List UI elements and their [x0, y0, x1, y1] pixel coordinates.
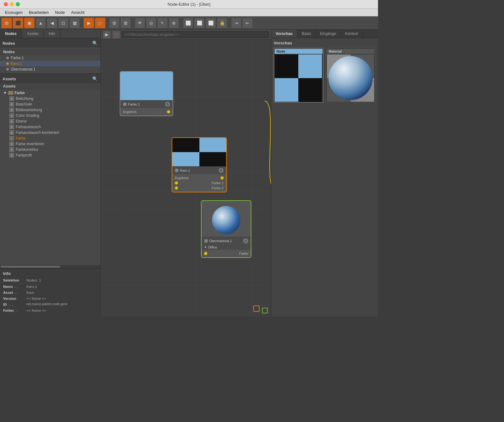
asset-item-biasgain[interactable]: ⊞ Bias/Gain — [2, 101, 99, 107]
asset-item-farbprofil[interactable]: ⊞ Farbprofil — [2, 152, 99, 158]
tab-kontext[interactable]: Kontext — [341, 30, 363, 38]
minimap-green-indicator — [262, 308, 268, 313]
chevron-down-icon: ▼ — [204, 246, 207, 249]
tool-play2[interactable]: ▷ — [95, 18, 106, 28]
right-panel: Vorschau Basis Eingänge Kontext Vorschau… — [271, 30, 378, 316]
menu-ansicht[interactable]: Ansicht — [69, 9, 87, 15]
preview-section: Vorschau Node — [271, 38, 378, 105]
karo-cell-4 — [199, 152, 226, 166]
canvas-search-input[interactable] — [122, 31, 269, 38]
info-section: Info Selektion Nodes: 1 Name ... Karo.1 … — [0, 268, 100, 316]
farbe-label: Farbe.1 — [11, 56, 24, 60]
farbe-dot — [6, 57, 9, 59]
asset-item-farbaustausch[interactable]: ⊞ Farbaustausch — [2, 124, 99, 130]
uebermaterial-s-button[interactable]: S — [243, 238, 248, 243]
karo-ergebnis-label: Ergebnis — [175, 176, 188, 180]
assets-list: ▼ Farbe ⊞ Belichtung ⊞ Bias/Gain ⊞ B — [0, 89, 100, 265]
eye2-icon: ◎ — [149, 20, 153, 26]
tool-camera[interactable]: ⊡ — [58, 18, 69, 28]
canvas-clear-btn[interactable]: ✕ — [112, 31, 120, 39]
asset-label-farbaustausch: Farbaustausch — [16, 125, 41, 129]
minimize-button[interactable] — [10, 2, 14, 6]
close-button[interactable] — [4, 2, 8, 6]
asset-label-belichtung: Belichtung — [16, 96, 33, 101]
asset-item-farbkorrektur[interactable]: ⊞ Farbkorrektur — [2, 147, 99, 152]
filter-arrow-icon: ▶ — [105, 32, 108, 37]
window-title: Node-Editor (1) - [Über] — [168, 2, 210, 7]
tool-export2[interactable]: ⇤ — [242, 18, 253, 28]
tree-item-karo[interactable]: Karo.1 — [0, 61, 100, 66]
tool-layout3[interactable]: ⬜ — [205, 18, 216, 28]
assets-scrollbar-h[interactable] — [0, 265, 100, 268]
karo-farbe2-label: Farbe 2 — [212, 186, 224, 190]
tool-layout2[interactable]: ⬜ — [194, 18, 205, 28]
tab-basis[interactable]: Basis — [297, 30, 316, 38]
tool-filter[interactable]: ▲ — [35, 18, 46, 28]
tool-layout1[interactable]: ⬜ — [183, 18, 193, 28]
asset-icon-farbe-inv: ⊞ — [9, 142, 14, 146]
window-controls[interactable] — [4, 2, 20, 6]
canvas-filter-btn[interactable]: ▶ — [103, 31, 111, 39]
assets-section: Assets 🔍 Assets ▼ Farbe ⊞ Belichtung — [0, 74, 100, 268]
preview-title: Vorschau — [274, 41, 375, 45]
tool-view1[interactable]: ⬛ — [13, 18, 23, 28]
farbe-s-button[interactable]: S — [165, 102, 170, 107]
nodes-tree-header: Nodes — [0, 49, 100, 55]
asset-icon-farbkorrektur: ⊞ — [9, 147, 14, 152]
tool-screen[interactable]: ▦ — [69, 18, 80, 28]
material-sphere-preview — [212, 206, 240, 234]
tab-eingaenge[interactable]: Eingänge — [316, 30, 341, 38]
tool-play[interactable]: ▶ — [83, 18, 94, 28]
node-canvas[interactable]: Farbe.1 S Ergebnis — [101, 40, 271, 316]
karo-cell-3 — [172, 152, 199, 166]
prev-cell-3 — [275, 78, 298, 102]
tool-new-node[interactable]: ⊞ — [1, 18, 12, 28]
asset-item-farbe-inv[interactable]: ⊞ Farbe invertieren — [2, 141, 99, 147]
material-sphere — [329, 56, 373, 100]
maximize-button[interactable] — [16, 2, 20, 6]
tool-export1[interactable]: ⇥ — [231, 18, 242, 28]
tool-cursor[interactable]: ↖ — [157, 18, 168, 28]
tool-eye[interactable]: 👁 — [135, 18, 145, 28]
node-preview-col: Node — [274, 48, 324, 103]
menu-node[interactable]: Node — [53, 9, 67, 15]
menu-bearbeiten[interactable]: Bearbeiten — [26, 9, 51, 15]
info-label-asset: Asset ... — [3, 290, 25, 295]
info-row-selektion: Selektion Nodes: 1 — [3, 278, 97, 283]
tool-frame[interactable]: ⊞ — [109, 18, 120, 28]
asset-group-header[interactable]: ▼ Farbe — [2, 90, 99, 96]
asset-item-belichtung[interactable]: ⊞ Belichtung — [2, 96, 99, 101]
karo-cell-1 — [172, 138, 199, 152]
tool-lock[interactable]: 🔒 — [217, 18, 227, 28]
farbe-color-preview — [120, 72, 173, 100]
tool-zoom[interactable]: ⊕ — [169, 18, 179, 28]
tree-item-uebermaterial[interactable]: Übermaterial.1 — [0, 66, 100, 72]
tree-item-farbe[interactable]: Farbe.1 — [0, 55, 100, 61]
left-tab-bar: Nodes Assets Info — [0, 30, 100, 38]
asset-item-bildbearbeitung[interactable]: ⊞ Bildbearbeitung — [2, 107, 99, 113]
plus-icon: ⊞ — [5, 20, 9, 26]
folder-icon — [8, 91, 13, 95]
tab-assets[interactable]: Assets — [22, 30, 44, 38]
asset-item-ebene[interactable]: ⊞ Ebene — [2, 118, 99, 124]
tool-view2[interactable]: ▣ — [24, 18, 35, 28]
asset-item-farbaustausch-komb[interactable]: ⊞ Farbaustausch kombiniert — [2, 130, 99, 135]
tool-back[interactable]: ◀ — [47, 18, 57, 28]
asset-item-colorgrading[interactable]: ⊞ Color Grading — [2, 113, 99, 118]
menubar: Erzeugen Bearbeiten Node Ansicht — [0, 9, 378, 16]
karo-s-button[interactable]: S — [219, 168, 224, 173]
export2-icon: ⇤ — [246, 20, 249, 26]
tab-vorschau[interactable]: Vorschau — [271, 30, 297, 38]
center-canvas: ▶ ✕ Farb — [101, 30, 271, 316]
assets-search-button[interactable]: 🔍 — [92, 76, 98, 82]
play-icon: ▶ — [87, 20, 91, 26]
tab-info[interactable]: Info — [44, 30, 60, 38]
tool-eye2[interactable]: ◎ — [146, 18, 157, 28]
nodes-search-button[interactable]: 🔍 — [92, 40, 98, 46]
menu-erzeugen[interactable]: Erzeugen — [3, 9, 25, 15]
tool-frame2[interactable]: ⊠ — [120, 18, 131, 28]
karo-farbe1-row: Farbe 1 — [172, 180, 226, 185]
scrollbar-thumb — [1, 266, 60, 268]
tab-nodes[interactable]: Nodes — [0, 30, 22, 38]
asset-item-farbe[interactable]: ⊞ Farbe — [2, 135, 99, 141]
